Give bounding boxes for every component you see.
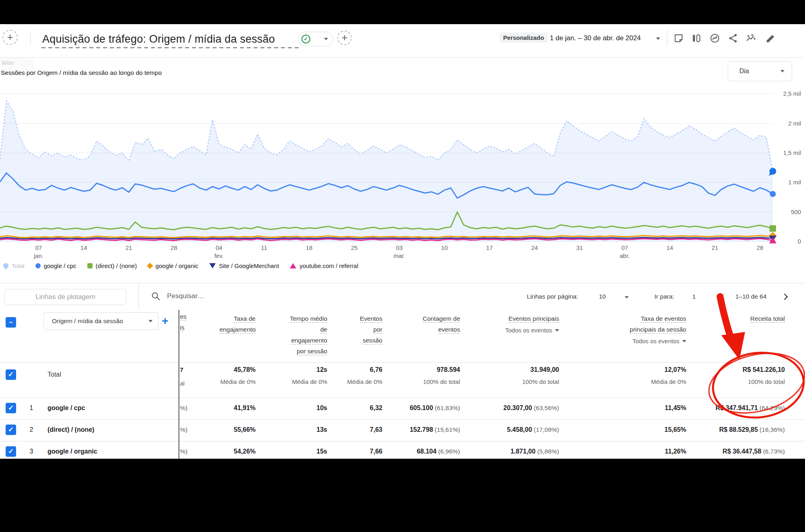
row-checkbox[interactable]: ✓ <box>6 446 16 457</box>
x-axis-tick: 25 <box>342 244 366 251</box>
add-comparison-button[interactable]: + <box>337 31 352 45</box>
note-icon[interactable] <box>673 33 684 43</box>
legend-label: youtube.com / referral <box>299 262 358 269</box>
chart-subtitle: Sessões por Origem / mídia da sessão ao … <box>1 69 162 76</box>
column-header-line: Eventos <box>360 315 382 323</box>
chevron-down-icon[interactable] <box>625 296 629 299</box>
x-axis-tick: 18 <box>297 244 321 251</box>
total-cell: 6,76Média de 0% <box>347 366 382 385</box>
section-divider <box>0 283 805 283</box>
column-header[interactable]: Taxa de eventosprincipais da sessãoTodos… <box>630 313 686 344</box>
event-filter-label: Todos os eventos <box>505 327 552 334</box>
screenshot-page: + Aquisição de tráfego: Origem / mídia d… <box>0 0 805 532</box>
report-status-pill[interactable]: ✓ <box>298 32 333 46</box>
legend-item[interactable]: google / organic <box>148 262 198 269</box>
column-header-line: eventos <box>438 326 460 334</box>
y-axis-tick: 2,5 mil <box>773 90 801 97</box>
x-axis-month: abr. <box>613 252 637 259</box>
legend-label: Total <box>12 262 25 269</box>
legend-item[interactable]: Total <box>3 262 25 269</box>
row-checkbox[interactable]: ✓ <box>6 369 16 380</box>
table-cell: R$ 36.447,58 (6,73%) <box>722 448 785 455</box>
x-axis-tick: 31 <box>568 244 592 251</box>
clipped-cell-fragment: al <box>180 380 185 387</box>
row-dimension-label: google / cpc <box>47 404 85 412</box>
search-input[interactable]: Pesquisar… <box>167 292 204 300</box>
y-axis-tick: 500 <box>773 208 801 215</box>
legend-item[interactable]: (direct) / (none) <box>87 262 137 269</box>
row-dimension-label: google / organic <box>47 448 97 455</box>
column-header[interactable]: Tempo médiodeengajamentopor sessão <box>290 313 327 357</box>
x-axis-tick: 14 <box>658 244 682 251</box>
row-index: 1 <box>27 404 36 412</box>
x-axis-month: jan. <box>27 252 51 259</box>
clipped-cell-fragment: %) <box>180 404 188 412</box>
chevron-down-icon <box>780 70 784 72</box>
event-filter-dropdown[interactable]: Todos os eventos <box>505 327 559 334</box>
row-checkbox[interactable]: ✓ <box>6 425 16 435</box>
tri-down-marker-icon <box>209 263 216 268</box>
select-all-checkbox[interactable]: – <box>6 317 16 328</box>
legend-label: (direct) / (none) <box>96 262 137 269</box>
row-checkbox[interactable]: ✓ <box>6 403 16 413</box>
chevron-down-icon <box>324 38 328 40</box>
comparison-icon[interactable] <box>691 33 702 43</box>
chart-legend: Totalgoogle / cpc(direct) / (none)google… <box>3 262 358 269</box>
x-axis-month: fev. <box>207 252 231 259</box>
section-divider <box>0 57 805 58</box>
column-header[interactable]: Eventosporsessão <box>360 313 382 346</box>
column-header-line: de <box>320 326 327 334</box>
title-dashed-underline <box>41 47 300 48</box>
legend-item[interactable]: google / cpc <box>35 262 76 269</box>
row-dimension-label: (direct) / (none) <box>47 426 94 433</box>
chevron-down-icon <box>555 329 559 332</box>
table-cell: 5.458,00 (17,08%) <box>507 426 559 433</box>
edit-icon[interactable] <box>766 33 776 43</box>
sessions-timeseries-chart[interactable] <box>0 85 805 258</box>
column-header-line: Eventos principais <box>508 315 559 323</box>
column-header[interactable]: Contagem deeventos <box>423 313 460 335</box>
event-filter-dropdown[interactable]: Todos os eventos <box>630 338 686 344</box>
previous-page-icon[interactable] <box>721 294 728 300</box>
total-cell: 45,78%Média de 0% <box>220 366 256 385</box>
plot-rows-button[interactable]: Linhas de plotagem <box>4 289 126 305</box>
x-axis-tick: 10 <box>432 244 456 251</box>
dimension-select[interactable]: Origem / mídia da sessão <box>43 312 159 330</box>
date-range-selector[interactable]: 1 de jan. – 30 de abr. de 2024 <box>550 34 641 42</box>
table-cell: 152.798 (15,61%) <box>410 426 460 433</box>
column-header[interactable]: Receita total <box>750 313 785 324</box>
check-circle-icon: ✓ <box>301 35 310 43</box>
rows-per-page-value[interactable]: 10 <box>599 293 606 300</box>
circle-marker-icon <box>35 263 41 268</box>
x-axis-tick: 14 <box>72 244 96 251</box>
table-cell: 15,65% <box>665 426 686 433</box>
legend-item[interactable]: youtube.com / referral <box>290 262 358 269</box>
legend-label: Site / GoogleMerchant <box>219 262 279 269</box>
granularity-select[interactable]: Dia <box>728 61 792 81</box>
column-resize-divider[interactable] <box>178 310 180 459</box>
column-header-line: Tempo médio <box>290 315 327 323</box>
add-dimension-button[interactable]: + <box>162 315 168 328</box>
sparkline-icon[interactable] <box>746 33 756 43</box>
table-cell: R$ 347.941,71 (64,29%) <box>716 404 785 412</box>
table-cell: 7,63 <box>370 426 382 433</box>
y-axis-tick: 1,5 mil <box>773 149 801 156</box>
next-page-icon[interactable] <box>782 294 788 300</box>
header-divider <box>30 31 31 46</box>
row-separator <box>0 419 805 420</box>
column-header[interactable]: Taxa deengajamento <box>219 313 256 335</box>
page-title[interactable]: Aquisição de tráfego: Origem / mídia da … <box>42 33 275 45</box>
x-axis-month: mar. <box>387 252 411 259</box>
granularity-value: Dia <box>739 68 749 75</box>
share-icon[interactable] <box>728 33 738 43</box>
search-icon[interactable] <box>151 291 161 301</box>
dimension-label: Origem / mídia da sessão <box>52 318 123 325</box>
legend-item[interactable]: Site / GoogleMerchant <box>209 262 279 269</box>
pagination-range: 1–10 de 64 <box>735 293 767 300</box>
insights-icon[interactable] <box>710 33 720 43</box>
add-report-button[interactable]: + <box>2 30 18 45</box>
goto-page-value[interactable]: 1 <box>692 293 696 300</box>
x-axis-tick: 11 <box>252 244 276 251</box>
column-header[interactable]: Eventos principaisTodos os eventos <box>505 313 559 334</box>
table-cell: 11,45% <box>665 404 686 412</box>
